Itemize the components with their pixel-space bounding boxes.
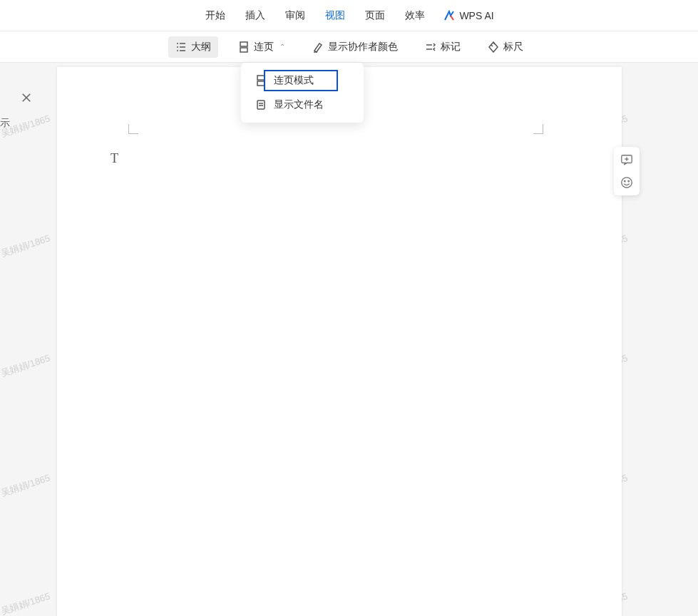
menu-insert[interactable]: 插入 xyxy=(244,6,267,25)
chevron-up-icon: ⌃ xyxy=(279,43,285,51)
ruler-label: 标尺 xyxy=(503,41,523,53)
watermark: 吴娟娟/1865 xyxy=(0,471,52,499)
svg-point-23 xyxy=(622,178,632,188)
highlighter-icon xyxy=(312,41,324,53)
marks-icon xyxy=(425,41,436,53)
ruler-button[interactable]: 标尺 xyxy=(481,36,530,58)
svg-point-25 xyxy=(628,180,629,181)
svg-line-11 xyxy=(491,45,493,46)
show-collaborator-color-button[interactable]: 显示协作者颜色 xyxy=(305,36,405,58)
svg-rect-13 xyxy=(257,76,265,80)
continuous-mode-item[interactable]: 连页模式 xyxy=(241,68,364,93)
menu-efficiency[interactable]: 效率 xyxy=(404,6,426,25)
svg-point-24 xyxy=(625,180,625,181)
outline-button[interactable]: 大纲 xyxy=(168,36,218,58)
close-panel-button[interactable] xyxy=(21,91,31,106)
ruler-icon xyxy=(488,41,499,53)
svg-rect-15 xyxy=(257,101,265,109)
continuous-mode-icon xyxy=(255,75,267,86)
partial-panel-text: 示 xyxy=(0,117,10,130)
watermark: 吴娟娟/1865 xyxy=(0,351,52,379)
continuous-page-icon xyxy=(238,41,250,53)
show-filename-item[interactable]: 显示文件名 xyxy=(241,93,364,117)
show-collaborator-color-label: 显示协作者颜色 xyxy=(328,41,398,53)
svg-rect-7 xyxy=(240,48,247,52)
svg-rect-14 xyxy=(257,81,265,86)
menubar: 开始 插入 审阅 视图 页面 效率 WPS AI xyxy=(0,0,698,31)
add-comment-button[interactable] xyxy=(620,153,634,167)
continuous-page-button[interactable]: 连页 ⌃ xyxy=(231,36,292,58)
continuous-mode-label: 连页模式 xyxy=(274,74,314,87)
view-toolbar: 大纲 连页 ⌃ 显示协作者颜色 标记 标尺 xyxy=(0,31,698,63)
outline-icon xyxy=(175,41,187,53)
menu-start[interactable]: 开始 xyxy=(204,6,227,25)
continuous-page-label: 连页 xyxy=(254,41,274,53)
wps-ai-button[interactable]: WPS AI xyxy=(443,10,493,21)
menu-page[interactable]: 页面 xyxy=(364,6,386,25)
show-filename-icon xyxy=(255,99,267,111)
watermark: 吴娟娟/1865 xyxy=(0,232,52,260)
text-cursor-placeholder: T xyxy=(111,151,118,166)
document-page[interactable]: T xyxy=(57,67,622,616)
right-floating-toolbar xyxy=(614,147,640,195)
marks-label: 标记 xyxy=(441,41,461,53)
page-margin-corner-tl xyxy=(128,124,138,134)
continuous-page-dropdown: 连页模式 显示文件名 xyxy=(241,63,364,123)
marks-button[interactable]: 标记 xyxy=(418,36,468,58)
menu-review[interactable]: 审阅 xyxy=(284,6,307,25)
watermark: 吴娟娟/1865 xyxy=(0,590,52,616)
menu-view[interactable]: 视图 xyxy=(324,6,347,25)
emoji-button[interactable] xyxy=(620,175,634,190)
outline-label: 大纲 xyxy=(191,41,211,53)
wps-ai-label: WPS AI xyxy=(459,10,493,21)
wps-ai-icon xyxy=(443,10,455,21)
show-filename-label: 显示文件名 xyxy=(274,98,324,111)
page-margin-corner-tr xyxy=(533,124,543,134)
svg-rect-6 xyxy=(240,42,247,46)
